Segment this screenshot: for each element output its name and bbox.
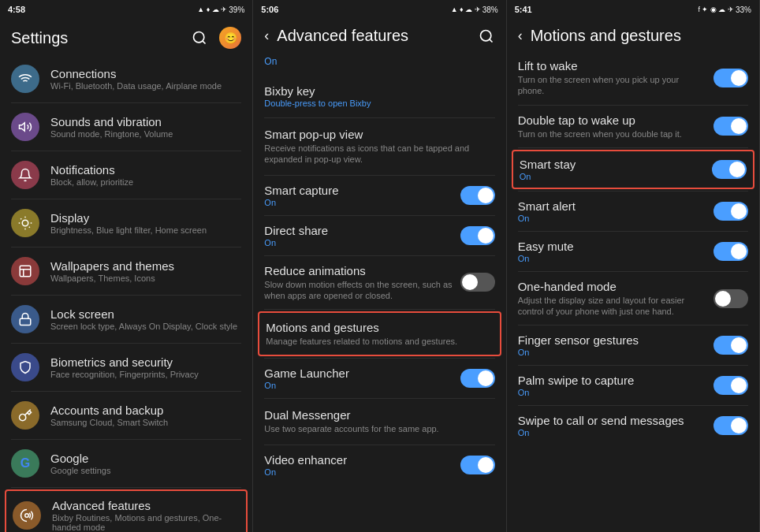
biometrics-text: Biometrics and security Face recognition… (50, 355, 241, 379)
finger-sensor-text: Finger sensor gestures On (518, 333, 706, 357)
settings-item-accounts[interactable]: Accounts and backup Samsung Cloud, Smart… (0, 392, 252, 439)
status-time-2: 5:06 (261, 5, 278, 14)
smart-stay-toggle[interactable] (712, 160, 747, 179)
settings-item-connections[interactable]: Connections Wi-Fi, Bluetooth, Data usage… (0, 55, 252, 102)
avatar[interactable]: 😊 (219, 27, 241, 49)
google-subtitle: Google settings (50, 466, 241, 475)
advanced-title: Advanced features (52, 499, 240, 512)
motions-gestures-row[interactable]: Motions and gestures Manage features rel… (258, 311, 501, 356)
reduce-animations-text: Reduce animations Slow down motion effec… (264, 264, 452, 302)
game-launcher-subtitle: On (264, 381, 452, 390)
panel-motions-gestures: 5:41 f ✦ ◉ ☁ ✈ 33% ‹ Motions and gesture… (507, 0, 760, 532)
easy-mute-toggle[interactable] (713, 242, 748, 261)
settings-item-biometrics[interactable]: Biometrics and security Face recognition… (0, 344, 252, 391)
back-button-3[interactable]: ‹ (518, 28, 523, 44)
double-tap-wake-text: Double tap to wake up Turn on the screen… (518, 113, 706, 140)
finger-sensor-subtitle: On (518, 348, 706, 357)
biometrics-title: Biometrics and security (50, 355, 241, 369)
lift-to-wake-text: Lift to wake Turn on the screen when you… (518, 59, 706, 97)
one-handed-row[interactable]: One-handed mode Adjust the display size … (507, 272, 759, 326)
smart-popup-text: Smart pop-up view Receive notifications … (264, 128, 494, 166)
search-icon-2[interactable] (478, 28, 495, 45)
video-enhancer-row[interactable]: Video enhancer On (253, 445, 505, 485)
top-on-label: On (264, 56, 277, 67)
settings-item-lockscreen[interactable]: Lock screen Screen lock type, Always On … (0, 296, 252, 343)
svg-line-15 (490, 39, 493, 42)
finger-sensor-row[interactable]: Finger sensor gestures On (507, 326, 759, 365)
battery-2: 38% (482, 6, 498, 14)
one-handed-title: One-handed mode (518, 280, 706, 293)
toggle-knob (731, 337, 747, 353)
double-tap-wake-toggle[interactable] (713, 117, 748, 136)
palm-swipe-title: Palm swipe to capture (518, 374, 706, 387)
easy-mute-row[interactable]: Easy mute On (507, 232, 759, 271)
motions-header: ‹ Motions and gestures (507, 19, 759, 51)
dual-messenger-row[interactable]: Dual Messenger Use two separate accounts… (253, 399, 505, 444)
wallpapers-title: Wallpapers and themes (50, 259, 241, 273)
search-icon[interactable] (191, 29, 208, 47)
reduce-animations-toggle[interactable] (460, 273, 495, 292)
one-handed-toggle[interactable] (713, 289, 748, 308)
settings-item-notifications[interactable]: Notifications Block, allow, prioritize (0, 151, 252, 199)
direct-share-title: Direct share (264, 224, 452, 237)
connections-title: Connections (50, 67, 241, 80)
finger-sensor-title: Finger sensor gestures (518, 333, 706, 347)
settings-list: Connections Wi-Fi, Bluetooth, Data usage… (0, 55, 252, 532)
notifications-text: Notifications Block, allow, prioritize (50, 163, 241, 187)
settings-item-advanced[interactable]: Advanced features Bixby Routines, Motion… (5, 489, 248, 532)
wallpaper-icon (11, 257, 39, 285)
accounts-title: Accounts and backup (50, 404, 241, 417)
status-bar-3: 5:41 f ✦ ◉ ☁ ✈ 33% (507, 0, 759, 19)
settings-item-display[interactable]: Display Brightness, Blue light filter, H… (0, 199, 252, 247)
advanced-list: Bixby key Double-press to open Bixby Sma… (253, 75, 505, 532)
smart-alert-row[interactable]: Smart alert On (507, 192, 759, 231)
settings-item-sounds[interactable]: Sounds and vibration Sound mode, Rington… (0, 103, 252, 151)
direct-share-row[interactable]: Direct share On (253, 216, 505, 255)
settings-title: Settings (11, 29, 191, 47)
smart-capture-row[interactable]: Smart capture On (253, 176, 505, 215)
display-subtitle: Brightness, Blue light filter, Home scre… (50, 225, 241, 235)
settings-item-wallpapers[interactable]: Wallpapers and themes Wallpapers, Themes… (0, 247, 252, 295)
reduce-animations-subtitle: Slow down motion effects on the screen, … (264, 279, 452, 302)
smart-capture-text: Smart capture On (264, 184, 452, 207)
video-enhancer-toggle[interactable] (460, 456, 495, 474)
double-tap-wake-row[interactable]: Double tap to wake up Turn on the screen… (507, 106, 759, 147)
smart-stay-row[interactable]: Smart stay On (512, 150, 754, 189)
direct-share-toggle[interactable] (460, 226, 495, 245)
display-text: Display Brightness, Blue light filter, H… (50, 211, 241, 235)
accounts-subtitle: Samsung Cloud, Smart Switch (50, 418, 241, 427)
smart-popup-row[interactable]: Smart pop-up view Receive notifications … (253, 118, 505, 175)
bixby-key-row[interactable]: Bixby key Double-press to open Bixby (253, 75, 505, 117)
settings-item-google[interactable]: G Google Google settings (0, 440, 252, 487)
status-icons-2: ▲ ♦ ☁ ✈ 38% (451, 6, 498, 14)
finger-sensor-toggle[interactable] (713, 336, 748, 355)
bixby-key-text: Bixby key Double-press to open Bixby (264, 84, 494, 108)
palm-swipe-row[interactable]: Palm swipe to capture On (507, 366, 759, 405)
social-icons-3: f ✦ ◉ ☁ ✈ (698, 6, 734, 13)
video-enhancer-title: Video enhancer (264, 453, 452, 467)
wifi-icon (11, 65, 39, 93)
sounds-subtitle: Sound mode, Ringtone, Volume (50, 129, 241, 139)
connections-subtitle: Wi-Fi, Bluetooth, Data usage, Airplane m… (50, 81, 241, 91)
svg-line-8 (29, 227, 30, 228)
swipe-call-toggle[interactable] (713, 416, 748, 435)
reduce-animations-row[interactable]: Reduce animations Slow down motion effec… (253, 256, 505, 310)
back-button-2[interactable]: ‹ (264, 28, 269, 44)
swipe-call-row[interactable]: Swipe to call or send messages On (507, 406, 759, 445)
palm-swipe-toggle[interactable] (713, 376, 748, 395)
google-title: Google (50, 452, 241, 465)
double-tap-wake-subtitle: Turn on the screen when you double tap i… (518, 128, 706, 140)
battery-1: 39% (229, 6, 244, 14)
game-launcher-row[interactable]: Game Launcher On (253, 359, 505, 398)
smart-alert-toggle[interactable] (713, 202, 748, 221)
lift-to-wake-toggle[interactable] (713, 69, 748, 87)
smart-capture-toggle[interactable] (460, 186, 495, 205)
lift-to-wake-row[interactable]: Lift to wake Turn on the screen when you… (507, 51, 759, 105)
display-title: Display (50, 211, 241, 225)
game-launcher-toggle[interactable] (460, 369, 495, 388)
signal-icon-2: ▲ ♦ ☁ ✈ (451, 6, 481, 13)
smart-popup-subtitle: Receive notifications as icons that can … (264, 143, 494, 166)
status-icons-3: f ✦ ◉ ☁ ✈ 33% (698, 6, 751, 14)
advanced-header: ‹ Advanced features (253, 19, 505, 51)
svg-point-0 (194, 32, 204, 43)
